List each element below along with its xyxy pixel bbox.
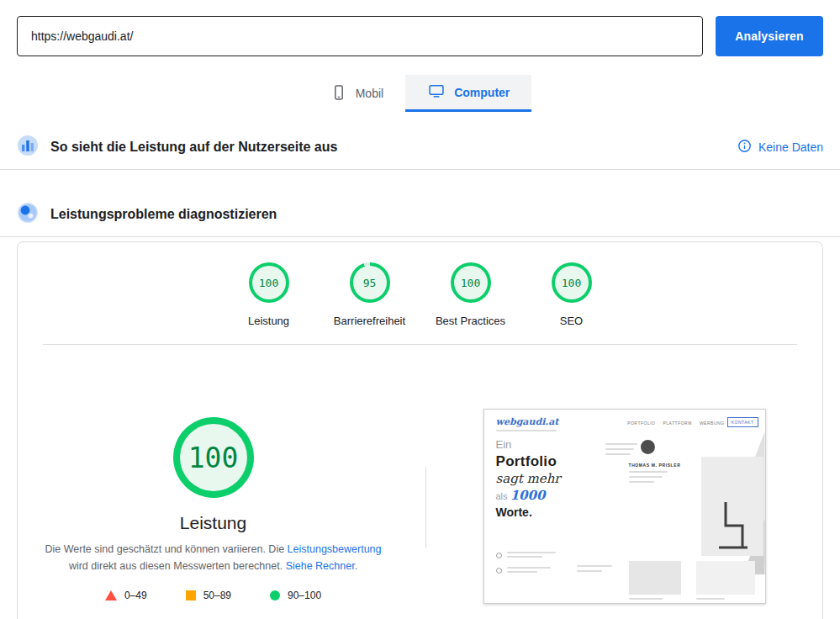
link-siehe-rechner[interactable]: Siehe Rechner.	[286, 560, 357, 572]
score-gauge: 95	[350, 262, 390, 303]
report-card: 100 Leistung 95 Barrierefreiheit 100 Bes…	[17, 241, 823, 619]
desktop-icon	[427, 82, 446, 102]
bullet-icon	[496, 568, 502, 574]
performance-section: 100 Leistung Die Werte sind geschätzt un…	[18, 345, 822, 604]
preview-nav: PORTFOLIO PLATTFORM WERBUNG	[627, 421, 724, 426]
text-placeholder	[696, 598, 725, 600]
device-tabs: Mobil Computer	[0, 75, 840, 112]
score-value: 100	[454, 266, 488, 299]
legend-range: 90–100	[288, 590, 321, 601]
text-placeholder	[507, 571, 537, 573]
preview-person-name: THOMAS M. PRISLER	[629, 463, 681, 468]
text-placeholder	[605, 453, 631, 455]
circle-icon	[270, 590, 280, 600]
headline-line: Worte.	[496, 505, 561, 520]
text-placeholder	[496, 430, 557, 431]
performance-summary: 100 Leistung Die Werte sind geschätzt un…	[18, 345, 409, 604]
tab-desktop[interactable]: Computer	[405, 75, 531, 112]
score-value: 100	[555, 266, 589, 299]
no-data-label: Keine Daten	[758, 140, 823, 154]
category-scores: 100 Leistung 95 Barrierefreiheit 100 Bes…	[18, 242, 822, 344]
search-bar: Analysieren	[0, 0, 840, 56]
preview-headline: Ein Portfolio sagt mehr als 1000 Worte.	[496, 438, 561, 520]
tab-mobile[interactable]: Mobil	[309, 75, 405, 112]
preview-gallery-item	[629, 561, 681, 595]
url-input[interactable]	[17, 16, 703, 56]
headline-line: sagt mehr	[496, 471, 561, 488]
legend-item-fail: 0–49	[105, 590, 147, 601]
score-label: SEO	[560, 315, 583, 327]
diagnose-title: Leistungsprobleme diagnostizieren	[50, 207, 823, 222]
category-best-practices[interactable]: 100 Best Practices	[420, 262, 521, 327]
text-placeholder	[577, 570, 602, 572]
score-label: Best Practices	[436, 315, 505, 327]
field-data-section-header: So sieht die Leistung auf der Nutzerseit…	[0, 125, 840, 170]
screenshot-panel: webgaudi.at PORTFOLIO PLATTFORM WERBUNG …	[426, 345, 822, 604]
headline-line: als 1000	[496, 487, 561, 505]
performance-note: Die Werte sind geschätzt und können vari…	[37, 541, 390, 574]
bullet-icon	[496, 553, 502, 558]
score-gauge: 100	[552, 262, 592, 303]
preview-nav-item: WERBUNG	[700, 421, 725, 426]
note-text: Die Werte sind geschätzt und können vari…	[45, 543, 287, 555]
field-data-title: So sieht die Leistung auf der Nutzerseit…	[50, 140, 726, 155]
text-placeholder	[605, 448, 634, 450]
legend-range: 50–89	[203, 590, 231, 601]
score-value: 95	[353, 266, 387, 299]
legend-range: 0–49	[124, 590, 147, 601]
preview-site-logo: webgaudi.at	[496, 416, 559, 427]
category-seo[interactable]: 100 SEO	[521, 262, 622, 327]
lab-icon	[17, 202, 39, 227]
performance-score: 100	[180, 424, 247, 491]
text-placeholder	[605, 443, 637, 445]
no-data-link[interactable]: Keine Daten	[737, 139, 823, 156]
text-placeholder	[507, 567, 551, 569]
info-icon	[737, 139, 752, 156]
note-text: wird direkt aus diesen Messwerten berech…	[69, 560, 286, 572]
text-placeholder	[629, 481, 654, 483]
site-screenshot: webgaudi.at PORTFOLIO PLATTFORM WERBUNG …	[483, 409, 766, 604]
text-placeholder	[577, 565, 612, 567]
text-placeholder	[629, 471, 668, 473]
preview-gallery-item	[696, 561, 755, 595]
text-placeholder	[629, 598, 663, 600]
score-label: Barrierefreiheit	[334, 315, 405, 327]
preview-photo	[701, 457, 763, 556]
field-data-icon	[17, 135, 39, 160]
score-gauge: 100	[451, 262, 491, 303]
category-leistung[interactable]: 100 Leistung	[219, 262, 320, 327]
phone-icon	[330, 84, 347, 103]
preview-nav-item: PORTFOLIO	[627, 421, 655, 426]
preview-nav-item: PLATTFORM	[663, 421, 691, 426]
tab-mobile-label: Mobil	[356, 87, 383, 100]
legend-item-pass: 90–100	[270, 590, 321, 601]
performance-gauge: 100	[173, 417, 254, 498]
text-placeholder	[507, 552, 556, 553]
preview-avatar	[641, 440, 655, 454]
performance-title: Leistung	[180, 513, 246, 533]
text-placeholder	[507, 556, 542, 558]
score-value: 100	[252, 266, 286, 299]
chair-icon	[714, 500, 751, 551]
text-placeholder	[629, 476, 663, 478]
analyze-button[interactable]: Analysieren	[716, 16, 823, 56]
square-icon	[186, 590, 196, 600]
link-leistungsbewertung[interactable]: Leistungsbewertung	[288, 543, 382, 555]
diagnose-section-header: Leistungsprobleme diagnostizieren	[0, 193, 840, 237]
score-gauge: 100	[249, 262, 289, 303]
tab-desktop-label: Computer	[454, 86, 510, 99]
legend-item-average: 50–89	[186, 590, 231, 601]
headline-line: Portfolio	[496, 452, 561, 471]
triangle-icon	[105, 590, 117, 600]
preview-contact-button: KONTAKT	[727, 417, 758, 427]
score-legend: 0–49 50–89 90–100	[105, 590, 321, 601]
category-barrierefreiheit[interactable]: 95 Barrierefreiheit	[320, 262, 420, 327]
score-label: Leistung	[248, 315, 289, 327]
headline-line: Ein	[496, 438, 561, 452]
